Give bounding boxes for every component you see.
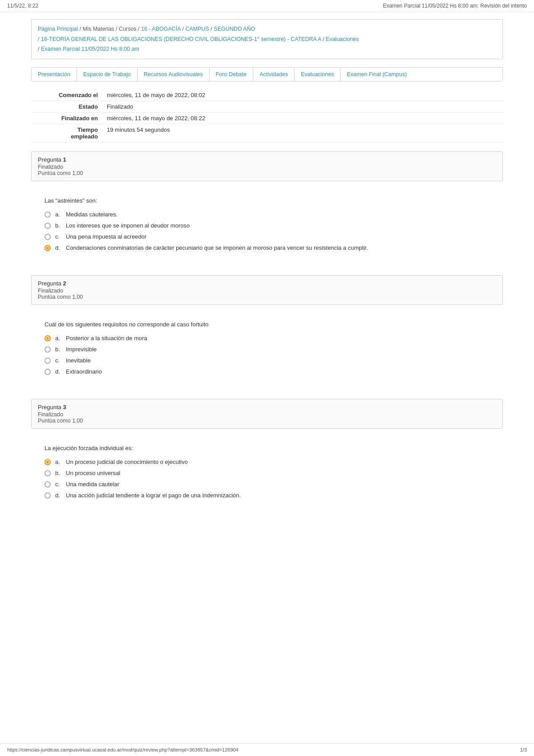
option-letter-1-1: b. bbox=[55, 222, 62, 229]
breadcrumb-link-abogacia[interactable]: 16 - ABOGACÍA bbox=[141, 26, 181, 32]
tab-examen-final[interactable]: Examen Final (Campus) bbox=[340, 68, 413, 81]
radio-3-3[interactable] bbox=[44, 492, 51, 499]
info-row-comenzado: Comenzado el miércoles, 11 de mayo de 20… bbox=[31, 89, 503, 101]
questions-container: Pregunta 1 Finalizado Puntúa como 1,00 L… bbox=[31, 151, 503, 523]
option-letter-1-0: a. bbox=[55, 211, 62, 218]
info-value-estado: Finalizado bbox=[102, 101, 503, 112]
option-item-1-3[interactable]: d.Condenaciones conminatorias de carácte… bbox=[44, 244, 490, 251]
breadcrumb-link-evaluaciones[interactable]: Evaluaciones bbox=[326, 36, 359, 42]
breadcrumb-link-examen[interactable]: Examen Parcial 11/05/2022 Hs 8:00 am bbox=[41, 46, 139, 52]
breadcrumb-link-home[interactable]: Página Principal bbox=[38, 26, 78, 32]
tabs-bar: Presentación Espacio de Trabajo Recursos… bbox=[31, 67, 503, 81]
question-body-2: Cuál de los siguientes requisitos no cor… bbox=[31, 313, 503, 390]
info-value-comenzado: miércoles, 11 de mayo de 2022, 08:02 bbox=[102, 89, 503, 101]
option-text-3-0: Un proceso judicial de conocimiento o ej… bbox=[66, 459, 188, 465]
option-item-1-1[interactable]: b.Los intereses que se imponen al deudor… bbox=[44, 222, 490, 229]
radio-3-0[interactable] bbox=[44, 459, 51, 465]
question-box-3: Pregunta 3 Finalizado Puntúa como 1,00 bbox=[31, 399, 503, 429]
option-text-1-3: Condenaciones conminatorias de carácter … bbox=[66, 244, 368, 251]
option-text-3-2: Una medida cautelar bbox=[66, 481, 119, 488]
breadcrumb-sep5: / bbox=[38, 46, 41, 52]
question-label-2: Pregunta 2 bbox=[38, 280, 496, 287]
option-letter-1-2: c. bbox=[55, 233, 62, 240]
question-status-2: Finalizado bbox=[38, 288, 496, 294]
question-body-3: La ejecución forzada individual es:a.Un … bbox=[31, 437, 503, 514]
info-value-finalizado: miércoles, 11 de mayo de 2022, 08:22 bbox=[102, 112, 503, 124]
datetime: 11/5/22, 8:22 bbox=[7, 3, 38, 9]
question-status-3: Finalizado bbox=[38, 411, 496, 418]
radio-2-2[interactable] bbox=[44, 358, 51, 364]
option-text-2-0: Posterior a la situación de mora bbox=[66, 335, 147, 341]
info-label-tiempo: Tiempoempleado bbox=[31, 124, 102, 142]
breadcrumb-sep1: / Mis Materias / Cursos / bbox=[78, 26, 141, 32]
radio-2-3[interactable] bbox=[44, 369, 51, 375]
option-text-2-2: Inevitable bbox=[66, 357, 91, 364]
option-letter-2-3: d. bbox=[55, 368, 62, 375]
option-item-3-3[interactable]: d.Una acción judicial tendiente a lograr… bbox=[44, 492, 490, 499]
breadcrumb-sep2: / bbox=[181, 26, 185, 32]
option-text-3-1: Un proceso universal bbox=[66, 470, 120, 476]
question-text-1: Las "astreintes" son: bbox=[44, 197, 490, 204]
question-points-2: Puntúa como 1,00 bbox=[38, 294, 496, 300]
breadcrumb-sep4: / bbox=[321, 36, 326, 42]
radio-3-1[interactable] bbox=[44, 470, 51, 476]
info-label-estado: Estado bbox=[31, 101, 102, 112]
option-item-1-2[interactable]: c.Una pena impuesta al acreedor bbox=[44, 233, 490, 240]
option-text-1-1: Los intereses que se imponen al deudor m… bbox=[66, 222, 190, 229]
question-status-1: Finalizado bbox=[38, 164, 496, 170]
option-letter-3-3: d. bbox=[55, 492, 62, 499]
option-item-2-3[interactable]: d.Extraordinario bbox=[44, 368, 490, 375]
breadcrumb-link-segundo[interactable]: SEGUNDO AÑO bbox=[214, 26, 255, 32]
radio-3-2[interactable] bbox=[44, 481, 51, 488]
radio-2-0[interactable] bbox=[44, 335, 51, 341]
option-item-3-2[interactable]: c.Una medida cautelar bbox=[44, 481, 490, 488]
info-table: Comenzado el miércoles, 11 de mayo de 20… bbox=[31, 89, 503, 142]
breadcrumb-sep3: / bbox=[209, 26, 214, 32]
tab-actividades[interactable]: Actividades bbox=[253, 68, 295, 81]
info-label-finalizado: Finalizado en bbox=[31, 112, 102, 124]
breadcrumb: Página Principal / Mis Materias / Cursos… bbox=[31, 19, 503, 59]
option-letter-2-1: b. bbox=[55, 346, 62, 353]
option-item-2-1[interactable]: b.Imprevisible bbox=[44, 346, 490, 353]
question-label-1: Pregunta 1 bbox=[38, 156, 496, 163]
option-letter-1-3: d. bbox=[55, 244, 62, 251]
option-letter-2-2: c. bbox=[55, 357, 62, 364]
question-points-3: Puntúa como 1,00 bbox=[38, 418, 496, 424]
breadcrumb-link-teoria[interactable]: / 16-TEORÍA GENERAL DE LAS OBLIGACIONES … bbox=[38, 36, 321, 42]
option-text-3-3: Una acción judicial tendiente a lograr e… bbox=[66, 492, 241, 499]
tab-recursos[interactable]: Recursos Audiovisuales bbox=[138, 68, 210, 81]
info-row-finalizado: Finalizado en miércoles, 11 de mayo de 2… bbox=[31, 112, 503, 124]
options-list-1: a.Medidas cautelares.b.Los intereses que… bbox=[44, 211, 490, 251]
tab-espacio[interactable]: Espacio de Trabajo bbox=[77, 68, 138, 81]
option-letter-3-0: a. bbox=[55, 459, 62, 465]
question-box-1: Pregunta 1 Finalizado Puntúa como 1,00 bbox=[31, 151, 503, 181]
radio-1-0[interactable] bbox=[44, 211, 51, 218]
top-bar: 11/5/22, 8:22 Examen Parcial 11/05/2022 … bbox=[0, 0, 534, 12]
tab-evaluaciones[interactable]: Evaluaciones bbox=[295, 68, 340, 81]
tab-presentacion[interactable]: Presentación bbox=[32, 68, 77, 81]
page-title-top: Examen Parcial 11/05/2022 Hs 8:00 am: Re… bbox=[383, 3, 527, 9]
question-text-2: Cuál de los siguientes requisitos no cor… bbox=[44, 321, 490, 328]
option-text-1-2: Una pena impuesta al acreedor bbox=[66, 233, 146, 240]
main-content: Página Principal / Mis Materias / Cursos… bbox=[22, 12, 512, 548]
tab-foro[interactable]: Foro Debate bbox=[210, 68, 253, 81]
option-item-1-0[interactable]: a.Medidas cautelares. bbox=[44, 211, 490, 218]
option-item-3-1[interactable]: b.Un proceso universal bbox=[44, 470, 490, 476]
radio-1-1[interactable] bbox=[44, 223, 51, 229]
question-text-3: La ejecución forzada individual es: bbox=[44, 445, 490, 451]
option-letter-3-1: b. bbox=[55, 470, 62, 476]
radio-1-2[interactable] bbox=[44, 234, 51, 240]
breadcrumb-link-campus[interactable]: CAMPUS bbox=[185, 26, 209, 32]
option-letter-2-0: a. bbox=[55, 335, 62, 341]
question-body-1: Las "astreintes" son:a.Medidas cautelare… bbox=[31, 189, 503, 266]
option-item-2-0[interactable]: a.Posterior a la situación de mora bbox=[44, 335, 490, 341]
info-label-comenzado: Comenzado el bbox=[31, 89, 102, 101]
option-text-1-0: Medidas cautelares. bbox=[66, 211, 117, 218]
radio-1-3[interactable] bbox=[44, 245, 51, 251]
info-row-tiempo: Tiempoempleado 19 minutos 54 segundos bbox=[31, 124, 503, 142]
option-item-2-2[interactable]: c.Inevitable bbox=[44, 357, 490, 364]
option-text-2-3: Extraordinario bbox=[66, 368, 102, 375]
info-value-tiempo: 19 minutos 54 segundos bbox=[102, 124, 503, 142]
radio-2-1[interactable] bbox=[44, 346, 51, 353]
option-item-3-0[interactable]: a.Un proceso judicial de conocimiento o … bbox=[44, 459, 490, 465]
